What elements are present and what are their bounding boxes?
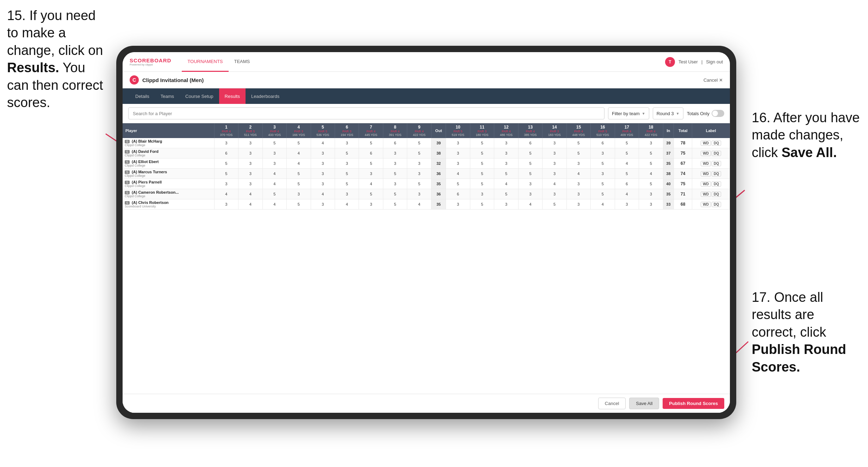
- score-in-8[interactable]: 5: [615, 169, 639, 179]
- score-in-9[interactable]: 5: [639, 179, 663, 189]
- score-out-2[interactable]: 4: [238, 189, 262, 199]
- score-in-1[interactable]: 3: [446, 199, 470, 210]
- nav-tournaments[interactable]: TOURNAMENTS: [182, 52, 228, 72]
- score-out-9[interactable]: 3: [407, 189, 431, 199]
- score-out-9[interactable]: 3: [407, 158, 431, 169]
- label-dq[interactable]: DQ: [712, 181, 721, 187]
- score-in-6[interactable]: 3: [566, 199, 590, 210]
- score-out-7[interactable]: 3: [359, 169, 383, 179]
- score-in-8[interactable]: 5: [615, 148, 639, 158]
- score-in-2[interactable]: 5: [470, 148, 494, 158]
- label-dq[interactable]: DQ: [712, 161, 721, 166]
- score-out-9[interactable]: 5: [407, 148, 431, 158]
- score-in-7[interactable]: 6: [591, 138, 615, 148]
- score-in-9[interactable]: 5: [639, 148, 663, 158]
- score-in-3[interactable]: 5: [494, 169, 518, 179]
- score-in-6[interactable]: 4: [566, 169, 590, 179]
- score-in-3[interactable]: 3: [494, 199, 518, 210]
- score-in-7[interactable]: 5: [591, 158, 615, 169]
- score-out-3[interactable]: 5: [262, 138, 286, 148]
- score-out-1[interactable]: 5: [214, 169, 238, 179]
- score-out-6[interactable]: 3: [335, 158, 359, 169]
- score-in-2[interactable]: 5: [470, 138, 494, 148]
- score-out-3[interactable]: 4: [262, 169, 286, 179]
- score-out-5[interactable]: 3: [311, 179, 335, 189]
- score-in-6[interactable]: 5: [566, 138, 590, 148]
- score-out-1[interactable]: 6: [214, 148, 238, 158]
- cancel-tournament-button[interactable]: Cancel ✕: [703, 77, 723, 83]
- score-in-3[interactable]: 4: [494, 179, 518, 189]
- score-in-7[interactable]: 3: [591, 169, 615, 179]
- score-out-4[interactable]: 5: [287, 199, 311, 210]
- score-in-1[interactable]: 3: [446, 158, 470, 169]
- score-out-3[interactable]: 3: [262, 158, 286, 169]
- score-out-4[interactable]: 4: [287, 148, 311, 158]
- score-in-3[interactable]: 3: [494, 138, 518, 148]
- publish-round-scores-button[interactable]: Publish Round Scores: [663, 398, 724, 409]
- score-in-5[interactable]: 3: [542, 169, 566, 179]
- label-wd[interactable]: WD: [701, 181, 711, 187]
- score-in-5[interactable]: 3: [542, 148, 566, 158]
- label-dq[interactable]: DQ: [712, 171, 721, 176]
- score-out-2[interactable]: 3: [238, 148, 262, 158]
- label-wd[interactable]: WD: [701, 141, 711, 146]
- score-in-8[interactable]: 3: [615, 199, 639, 210]
- score-in-3[interactable]: 3: [494, 158, 518, 169]
- score-out-4[interactable]: 5: [287, 169, 311, 179]
- score-in-3[interactable]: 3: [494, 148, 518, 158]
- score-out-5[interactable]: 4: [311, 138, 335, 148]
- score-out-3[interactable]: 4: [262, 179, 286, 189]
- tab-leaderboards[interactable]: Leaderboards: [246, 88, 285, 104]
- tab-course-setup[interactable]: Course Setup: [180, 88, 219, 104]
- score-in-1[interactable]: 3: [446, 148, 470, 158]
- score-out-8[interactable]: 3: [383, 158, 407, 169]
- score-in-9[interactable]: 4: [639, 169, 663, 179]
- score-out-6[interactable]: 5: [335, 169, 359, 179]
- score-in-2[interactable]: 5: [470, 199, 494, 210]
- score-in-6[interactable]: 3: [566, 158, 590, 169]
- score-out-8[interactable]: 6: [383, 138, 407, 148]
- score-in-7[interactable]: 4: [591, 199, 615, 210]
- score-out-9[interactable]: 5: [407, 138, 431, 148]
- score-in-2[interactable]: 5: [470, 169, 494, 179]
- tab-results[interactable]: Results: [219, 88, 246, 104]
- score-in-8[interactable]: 5: [615, 138, 639, 148]
- label-dq[interactable]: DQ: [712, 151, 721, 156]
- score-out-7[interactable]: 4: [359, 179, 383, 189]
- save-all-button[interactable]: Save All: [629, 398, 659, 409]
- score-out-2[interactable]: 3: [238, 179, 262, 189]
- label-dq[interactable]: DQ: [712, 141, 721, 146]
- score-in-5[interactable]: 4: [542, 179, 566, 189]
- score-in-2[interactable]: 5: [470, 179, 494, 189]
- score-in-4[interactable]: 5: [518, 158, 542, 169]
- sign-out-link[interactable]: Sign out: [706, 59, 723, 64]
- score-out-2[interactable]: 3: [238, 158, 262, 169]
- score-in-5[interactable]: 3: [542, 158, 566, 169]
- score-in-9[interactable]: 3: [639, 199, 663, 210]
- score-out-6[interactable]: 5: [335, 179, 359, 189]
- nav-teams[interactable]: TEAMS: [229, 52, 256, 72]
- score-out-3[interactable]: 4: [262, 199, 286, 210]
- score-in-4[interactable]: 6: [518, 138, 542, 148]
- tab-teams[interactable]: Teams: [155, 88, 180, 104]
- score-in-4[interactable]: 3: [518, 179, 542, 189]
- score-out-9[interactable]: 5: [407, 179, 431, 189]
- score-out-5[interactable]: 3: [311, 199, 335, 210]
- score-in-9[interactable]: 3: [639, 138, 663, 148]
- totals-only-toggle[interactable]: [712, 110, 724, 117]
- score-in-7[interactable]: 3: [591, 148, 615, 158]
- score-in-7[interactable]: 5: [591, 179, 615, 189]
- score-out-3[interactable]: 5: [262, 189, 286, 199]
- score-out-3[interactable]: 3: [262, 148, 286, 158]
- score-in-9[interactable]: 5: [639, 158, 663, 169]
- score-out-5[interactable]: 3: [311, 158, 335, 169]
- score-in-6[interactable]: 5: [566, 148, 590, 158]
- score-out-8[interactable]: 3: [383, 148, 407, 158]
- score-in-1[interactable]: 4: [446, 169, 470, 179]
- score-out-4[interactable]: 4: [287, 158, 311, 169]
- label-wd[interactable]: WD: [701, 161, 711, 166]
- score-in-4[interactable]: 5: [518, 148, 542, 158]
- cancel-button[interactable]: Cancel: [598, 398, 626, 409]
- score-in-8[interactable]: 4: [615, 189, 639, 199]
- score-in-2[interactable]: 5: [470, 158, 494, 169]
